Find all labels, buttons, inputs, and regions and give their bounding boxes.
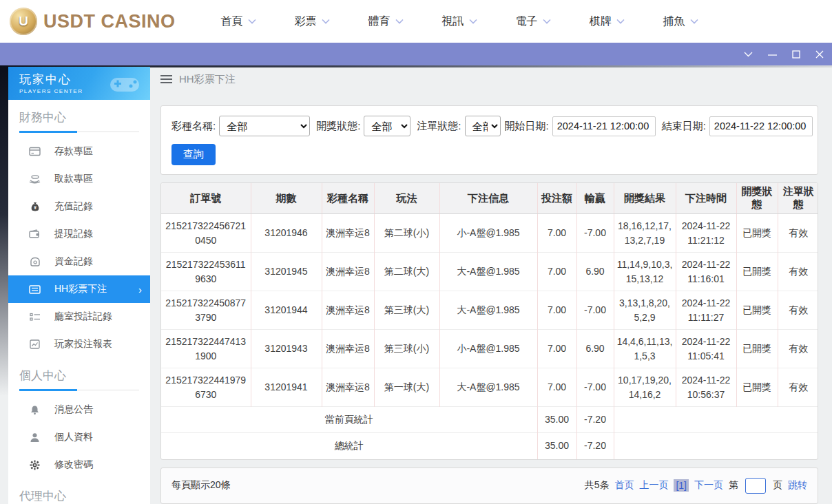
cell-bet-info: 大-A盤@1.985	[439, 368, 537, 407]
sidebar-item-recharge-record[interactable]: ¥ 充值記錄	[8, 193, 150, 220]
nav-item-lottery[interactable]: 彩票	[295, 14, 330, 29]
cell-winloss: 6.90	[576, 330, 614, 368]
table-row: 2152173224474131900 31201943 澳洲幸运8 第三球(小…	[161, 330, 818, 368]
window-controls	[744, 43, 824, 65]
start-date-label: 開始日期:	[505, 120, 549, 133]
left-shadow-strip	[0, 65, 8, 396]
jump-link[interactable]: 跳转	[788, 479, 807, 492]
personal-menu: 消息公告 個人資料 修改密碼	[8, 396, 150, 479]
nav-item-fishing[interactable]: 捕魚	[663, 14, 698, 29]
nav-item-video[interactable]: 視訊	[442, 14, 477, 29]
chevron-right-icon: ›	[138, 284, 142, 295]
svg-text:¥: ¥	[34, 205, 37, 210]
cell-time: 2024-11-22 11:05:41	[676, 330, 736, 368]
search-button[interactable]: 查詢	[171, 144, 216, 165]
cell-result: 10,17,19,20,14,16,2	[614, 368, 676, 407]
sidebar-item-withdraw[interactable]: 取款專區	[8, 165, 150, 193]
cell-play: 第一球(大)	[374, 368, 439, 407]
chevron-down-icon	[690, 19, 698, 24]
finance-menu: 存款專區 取款專區 ¥ 充值記錄 提現記錄 資金記錄 HH彩票下注 › 廳室投註…	[8, 138, 150, 358]
nav-item-chess[interactable]: 棋牌	[590, 14, 625, 29]
logo-coin-icon: U	[10, 8, 37, 35]
cell-order-no: 2152173224508773790	[161, 291, 251, 330]
sidebar-item-change-password[interactable]: 修改密碼	[8, 451, 150, 479]
cell-order-no: 2152173224567210450	[161, 214, 251, 253]
sidebar-item-withdrawal-record[interactable]: 提現記錄	[8, 220, 150, 248]
cell-order-status: 有效	[778, 214, 818, 253]
section-title-agent: 代理中心	[19, 488, 139, 504]
first-page-link[interactable]: 首页	[614, 479, 634, 492]
summary-row-current-page: 當前頁統計 35.00 -7.20	[161, 407, 818, 433]
close-icon[interactable]	[815, 50, 824, 59]
page-jump-input[interactable]	[745, 478, 766, 494]
header-bet-time: 下注時間	[676, 183, 736, 214]
cell-period: 31201943	[251, 330, 322, 368]
current-page[interactable]: [1]	[674, 479, 689, 492]
sidebar-item-fund-record[interactable]: 資金記錄	[8, 248, 150, 275]
summary-label: 當前頁統計	[161, 407, 537, 433]
cell-draw-status: 已開獎	[736, 368, 778, 407]
nav-item-electronic[interactable]: 電子	[516, 14, 551, 29]
cell-order-no: 2152173224474131900	[161, 330, 251, 368]
main-nav: 首頁 彩票 體育 視訊 電子 棋牌 捕魚	[221, 14, 698, 29]
cell-order-status: 有效	[778, 253, 818, 291]
logo-text: USDT CASINO	[43, 11, 176, 32]
bank-card-icon	[29, 146, 41, 158]
maximize-icon[interactable]	[792, 50, 800, 59]
cell-bet-info: 大-A盤@1.985	[439, 253, 537, 291]
site-logo[interactable]: U USDT CASINO	[10, 8, 176, 35]
sidebar-item-deposit[interactable]: 存款專區	[8, 138, 150, 165]
table-row: 2152173224508773790 31201944 澳洲幸运8 第三球(大…	[161, 291, 818, 330]
summary-winloss: -7.20	[576, 407, 614, 433]
menu-toggle-icon[interactable]	[160, 75, 172, 83]
summary-label: 總統計	[161, 433, 537, 459]
prev-page-link[interactable]: 上一页	[639, 479, 668, 492]
cell-order-status: 有效	[778, 368, 818, 407]
cell-amount: 7.00	[537, 368, 576, 407]
sidebar-item-hh-lottery-bets[interactable]: HH彩票下注 ›	[8, 275, 150, 303]
next-page-link[interactable]: 下一页	[694, 479, 723, 492]
cell-order-status: 有效	[778, 291, 818, 330]
chevron-down-icon	[469, 19, 477, 24]
end-date-input[interactable]	[709, 116, 813, 136]
draw-status-select[interactable]: 全部	[364, 116, 410, 136]
gear-icon	[29, 459, 41, 471]
collapse-icon[interactable]	[744, 52, 753, 57]
cell-winloss: 6.90	[576, 253, 614, 291]
cell-time: 2024-11-22 11:21:12	[676, 214, 736, 253]
sidebar: 玩家中心 PLAYERS CENTER 財務中心 存款專區 取款專區 ¥ 充值記…	[8, 67, 150, 504]
cell-period: 31201945	[251, 253, 322, 291]
top-navbar: U USDT CASINO 首頁 彩票 體育 視訊 電子 棋牌 捕魚	[0, 0, 832, 43]
header-winloss: 輸贏	[576, 183, 614, 214]
lottery-name-select[interactable]: 全部	[219, 116, 310, 136]
pagination-bar: 每頁顯示20條 共5条 首页 上一页 [1] 下一页 第 页 跳转	[160, 468, 818, 504]
per-page-label: 每頁顯示20條	[171, 479, 231, 492]
order-status-select[interactable]: 全部	[465, 116, 501, 136]
bets-table: 訂單號 期數 彩種名稱 玩法 下注信息 投注額 輸贏 開獎結果 下注時間 開獎狀…	[161, 183, 818, 459]
header-result: 開獎結果	[614, 183, 676, 214]
sidebar-item-profile[interactable]: 個人資料	[8, 423, 150, 451]
cell-amount: 7.00	[537, 214, 576, 253]
gamepad-icon	[105, 70, 145, 97]
cell-order-no: 2152173224536119630	[161, 253, 251, 291]
cell-result: 11,14,9,10,3,15,13,12	[614, 253, 676, 291]
chevron-down-icon	[543, 19, 551, 24]
header-period: 期數	[251, 183, 322, 214]
cell-period: 31201941	[251, 368, 322, 407]
summary-winloss: -7.20	[576, 433, 614, 459]
chevron-down-icon	[248, 19, 256, 24]
cell-draw-status: 已開獎	[736, 214, 778, 253]
nav-item-sports[interactable]: 體育	[368, 14, 404, 29]
nav-item-home[interactable]: 首頁	[221, 14, 256, 29]
header-lottery-name: 彩種名稱	[322, 183, 374, 214]
sidebar-item-player-bet-report[interactable]: 玩家投注報表	[8, 330, 150, 358]
lottery-name-label: 彩種名稱:	[171, 120, 216, 133]
sidebar-item-messages[interactable]: 消息公告	[8, 396, 150, 423]
filter-panel: 彩種名稱: 全部 開獎狀態: 全部 注單狀態: 全部 開始日期: 結束日期: 查…	[160, 105, 818, 175]
sidebar-item-hall-bet-record[interactable]: 廳室投註記錄	[8, 303, 150, 330]
minimize-icon[interactable]	[768, 51, 777, 58]
start-date-input[interactable]	[552, 116, 656, 136]
cell-order-no: 2152173224419796730	[161, 368, 251, 407]
summary-amount: 35.00	[537, 433, 576, 459]
cell-lottery: 澳洲幸运8	[322, 253, 374, 291]
